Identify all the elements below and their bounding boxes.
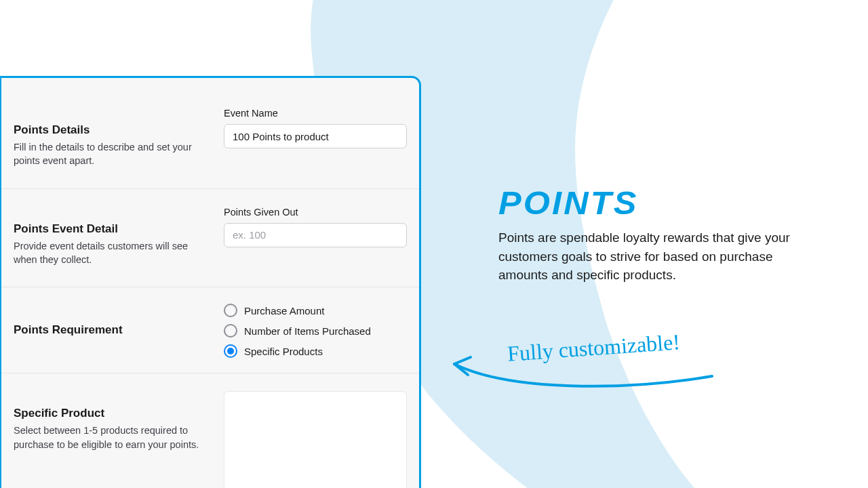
radio-label: Specific Products xyxy=(244,346,323,357)
radio-label: Number of Items Purchased xyxy=(244,325,371,337)
points-event-detail-desc: Provide event details customers will see… xyxy=(14,239,213,267)
handwritten-annotation: Fully customizable! xyxy=(448,336,732,417)
points-given-out-label: Points Given Out xyxy=(224,207,407,218)
radio-purchase-amount[interactable]: Purchase Amount xyxy=(224,304,407,317)
points-details-title: Points Details xyxy=(14,123,213,138)
event-name-label: Event Name xyxy=(224,108,407,119)
marketing-copy: POINTS Points are spendable loyalty rewa… xyxy=(498,184,824,285)
marketing-body: Points are spendable loyalty rewards tha… xyxy=(498,228,824,285)
section-points-event-detail: Points Event Detail Provide event detail… xyxy=(1,189,419,288)
specific-product-title: Specific Product xyxy=(14,406,213,421)
points-requirement-title: Points Requirement xyxy=(14,323,123,338)
section-points-requirement: Points Requirement Purchase Amount Numbe… xyxy=(1,287,419,373)
radio-icon-selected xyxy=(224,344,237,358)
section-points-details: Points Details Fill in the details to de… xyxy=(1,78,419,189)
section-specific-product: Specific Product Select between 1-5 prod… xyxy=(1,373,419,488)
points-given-out-input[interactable] xyxy=(224,223,407,247)
marketing-heading: POINTS xyxy=(498,184,840,222)
radio-specific-products[interactable]: Specific Products xyxy=(224,344,407,358)
radio-number-of-items[interactable]: Number of Items Purchased xyxy=(224,324,407,338)
product-selector-box[interactable] xyxy=(224,391,407,488)
radio-label: Purchase Amount xyxy=(244,305,324,317)
points-details-desc: Fill in the details to describe and set … xyxy=(14,140,213,168)
radio-icon xyxy=(224,324,237,338)
points-event-detail-title: Points Event Detail xyxy=(14,222,213,237)
specific-product-desc: Select between 1-5 products required to … xyxy=(14,424,213,451)
radio-icon xyxy=(224,304,237,317)
event-name-input[interactable] xyxy=(224,124,407,148)
points-form-panel: Points Details Fill in the details to de… xyxy=(0,76,421,488)
handwritten-text: Fully customizable! xyxy=(507,329,681,367)
